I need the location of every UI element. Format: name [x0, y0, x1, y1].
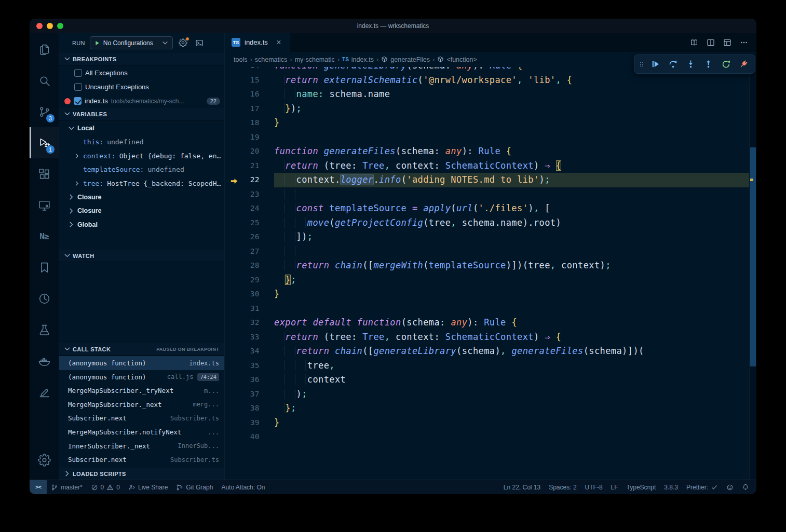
editor-layout-button[interactable]: [720, 35, 735, 50]
tab-index-ts[interactable]: TS index.ts ×: [225, 33, 290, 52]
activity-item-extensions[interactable]: [30, 158, 59, 189]
line-number[interactable]: 28: [225, 258, 274, 273]
code-line-32[interactable]: 32export default function(schema: any): …: [225, 316, 749, 330]
line-number[interactable]: 14: [225, 67, 274, 73]
code-line-23[interactable]: 23: [225, 187, 749, 202]
status-indentation[interactable]: Spaces: 2: [545, 480, 580, 494]
status-encoding[interactable]: UTF-8: [581, 480, 607, 494]
line-number[interactable]: 39: [225, 416, 274, 430]
activity-item-run-and-debug[interactable]: 1: [30, 127, 59, 158]
line-number[interactable]: 32: [225, 316, 274, 330]
status-git-branch[interactable]: master*: [47, 480, 86, 494]
status-feedback[interactable]: [722, 480, 738, 494]
line-number[interactable]: 40: [225, 430, 274, 444]
line-number[interactable]: 33: [225, 330, 274, 345]
line-number[interactable]: 24: [225, 201, 274, 216]
launch-config-dropdown[interactable]: No Configurations: [90, 36, 173, 49]
editor-scrollbar[interactable]: [749, 67, 756, 480]
code-line-31[interactable]: 31: [225, 302, 749, 316]
call-stack-frame[interactable]: MergeMapSubscriber._tryNextm...: [59, 384, 224, 398]
call-stack-frame[interactable]: Subscriber.nextSubscriber.ts: [59, 453, 224, 467]
code-line-28[interactable]: 28 return chain([mergeWith(templateSourc…: [225, 258, 749, 273]
breakpoint-row[interactable]: All Exceptions: [59, 66, 224, 80]
code-line-18[interactable]: 18}: [225, 116, 749, 130]
variable-row[interactable]: templateSource:undefined: [59, 163, 224, 177]
line-number[interactable]: 26: [225, 230, 274, 244]
line-number[interactable]: 20: [225, 144, 274, 159]
close-tab-icon[interactable]: ×: [274, 38, 283, 47]
code-line-40[interactable]: 40: [225, 430, 749, 444]
disconnect-button[interactable]: [735, 57, 752, 72]
variables-scope-closure[interactable]: Closure: [59, 190, 224, 204]
breakpoints-header[interactable]: BREAKPOINTS: [59, 53, 224, 65]
status-remote-indicator[interactable]: ><: [30, 480, 47, 494]
call-stack-frame[interactable]: MergeMapSubscriber.notifyNext...: [59, 425, 224, 439]
activity-item-explorer[interactable]: [30, 34, 59, 65]
code-line-19[interactable]: 19: [225, 130, 749, 145]
activity-item-search[interactable]: [30, 65, 59, 96]
gripper-icon[interactable]: [637, 59, 646, 70]
line-number[interactable]: 37: [225, 387, 274, 402]
start-debugging-icon[interactable]: [94, 40, 100, 46]
line-number[interactable]: 23: [225, 187, 274, 202]
continue-button[interactable]: [646, 57, 664, 72]
variables-scope-local[interactable]: Local: [59, 121, 224, 135]
variables-scope-closure[interactable]: Closure: [59, 204, 224, 218]
call-stack-header[interactable]: CALL STACK PAUSED ON BREAKPOINT: [59, 343, 224, 355]
line-number[interactable]: 15: [225, 73, 274, 88]
code-line-33[interactable]: 33 return (tree: Tree, context: Schemati…: [225, 330, 749, 345]
close-window-button[interactable]: [36, 23, 43, 29]
breadcrumb-item[interactable]: my-schematic: [295, 56, 335, 63]
loaded-scripts-header[interactable]: LOADED SCRIPTS: [59, 468, 224, 480]
watch-header[interactable]: WATCH: [59, 250, 224, 262]
split-editor-button[interactable]: [703, 35, 718, 50]
code-line-15[interactable]: 15 return externalSchematic('@nrwl/works…: [225, 73, 749, 88]
line-number[interactable]: 34: [225, 344, 274, 359]
call-stack-frame[interactable]: (anonymous function)index.ts: [59, 356, 224, 370]
status-ts-version[interactable]: 3.8.3: [660, 480, 682, 494]
line-number[interactable]: 22: [225, 173, 274, 187]
breakpoint-checkbox[interactable]: [74, 83, 82, 91]
activity-item-time-tracker[interactable]: [30, 283, 59, 314]
status-prettier[interactable]: Prettier:: [682, 480, 722, 494]
line-number[interactable]: 30: [225, 287, 274, 302]
activity-item-docker[interactable]: [30, 345, 59, 376]
code-line-17[interactable]: 17 });: [225, 102, 749, 116]
code-line-38[interactable]: 38 };: [225, 401, 749, 416]
line-number[interactable]: 36: [225, 373, 274, 387]
code-editor[interactable]: 14function generateLibrary(schema: any):…: [225, 67, 756, 480]
open-changes-button[interactable]: [687, 35, 701, 50]
open-debug-console-icon[interactable]: [194, 37, 205, 49]
call-stack-frame[interactable]: Subscriber.nextSubscriber.ts: [59, 412, 224, 426]
status-eol[interactable]: LF: [607, 480, 622, 494]
line-number[interactable]: 31: [225, 302, 274, 316]
line-number[interactable]: 29: [225, 273, 274, 288]
call-stack-frame[interactable]: MergeMapSubscriber._nextmerg...: [59, 398, 224, 412]
line-number[interactable]: 19: [225, 130, 274, 145]
code-line-36[interactable]: 36 context: [225, 373, 749, 387]
zoom-window-button[interactable]: [57, 23, 63, 29]
code-line-25[interactable]: 25 move(getProjectConfig(tree, schema.na…: [225, 216, 749, 230]
variable-row[interactable]: context:Object {debug: false, en…: [59, 149, 224, 163]
call-stack-frame[interactable]: InnerSubscriber._nextInnerSub...: [59, 439, 224, 453]
breakpoint-row[interactable]: Uncaught Exceptions: [59, 80, 224, 94]
activity-item-source-control[interactable]: 3: [30, 96, 59, 127]
line-number[interactable]: 35: [225, 359, 274, 373]
code-line-27[interactable]: 27: [225, 244, 749, 259]
line-number[interactable]: 21: [225, 159, 274, 173]
activity-item-manage[interactable]: [30, 444, 59, 475]
status-problems[interactable]: 00: [87, 480, 124, 494]
code-line-21[interactable]: 21 return (tree: Tree, context: Schemati…: [225, 159, 749, 173]
code-line-20[interactable]: 20function generateFiles(schema: any): R…: [225, 144, 749, 159]
line-number[interactable]: 25: [225, 216, 274, 230]
restart-button[interactable]: [717, 57, 735, 72]
activity-item-remote-explorer[interactable]: [30, 189, 59, 221]
code-line-16[interactable]: 16 name: schema.name: [225, 87, 749, 102]
call-stack-frame[interactable]: (anonymous function)call.js74:24: [59, 370, 224, 384]
breakpoint-row[interactable]: index.tstools/schematics/my-sch...22: [59, 94, 224, 108]
status-language-mode[interactable]: TypeScript: [622, 480, 660, 494]
line-number[interactable]: 18: [225, 116, 274, 130]
breadcrumb-item[interactable]: <function>: [437, 56, 477, 63]
breadcrumb-item[interactable]: schematics: [255, 56, 288, 63]
code-line-29[interactable]: 29 };: [225, 273, 749, 288]
